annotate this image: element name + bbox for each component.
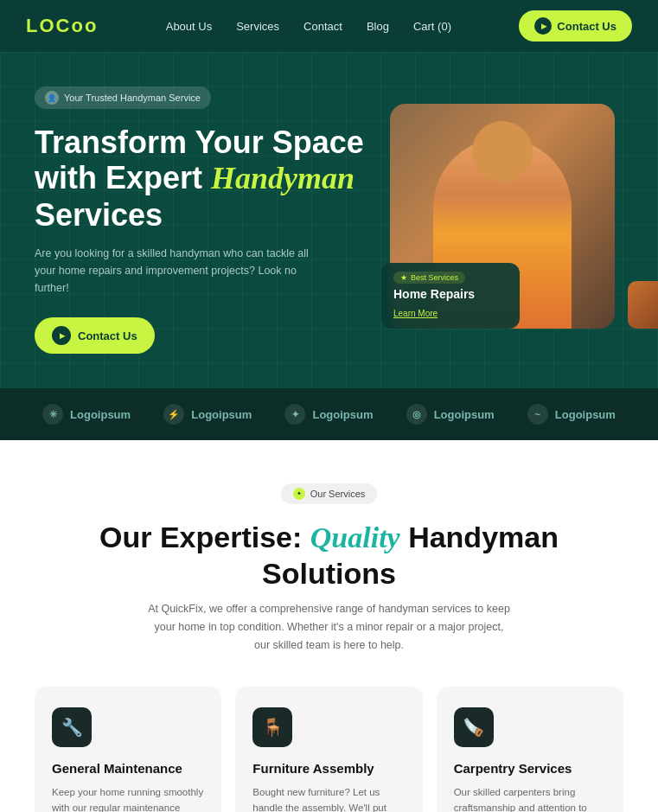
- logo-item-3: ✦ Logoipsum: [284, 404, 373, 425]
- play-icon: [534, 17, 552, 35]
- hero-description: Are you looking for a skilled handyman w…: [35, 245, 320, 297]
- service-card-general-maintenance: 🔧 General Maintenance Keep your home run…: [35, 687, 221, 812]
- hero-content: 👤 Your Trusted Handyman Service Transfor…: [35, 86, 373, 354]
- services-description: At QuickFix, we offer a comprehensive ra…: [148, 600, 511, 655]
- logo-sym-5: ~: [527, 404, 548, 425]
- star-icon: ★: [400, 273, 407, 282]
- service-title-2: Carpentry Services: [454, 761, 606, 776]
- carpentry-icon: 🪚: [454, 707, 494, 747]
- general-maintenance-icon: 🔧: [52, 707, 92, 747]
- main-nav: About Us Services Contact Blog Cart (0): [166, 20, 451, 33]
- service-title-1: Furniture Assembly: [252, 761, 405, 776]
- service-card-furniture-assembly: 🪑 Furniture Assembly Bought new furnitur…: [235, 687, 422, 812]
- hero-card: ★ Best Services Home Repairs Learn More: [381, 263, 520, 329]
- logo-item-2: ⚡ Logoipsum: [163, 404, 252, 425]
- services-badge: ✦ Our Services: [281, 483, 378, 504]
- hero-contact-button[interactable]: Contact Us: [35, 317, 155, 354]
- hero-headline: Transform Your Space with Expert Handyma…: [35, 125, 373, 233]
- logo-item-1: ✳ Logoipsum: [42, 404, 131, 425]
- nav-about[interactable]: About Us: [166, 20, 212, 33]
- services-section: ✦ Our Services Our Expertise: Quality Ha…: [0, 440, 658, 812]
- nav-cart[interactable]: Cart (0): [413, 20, 451, 33]
- card-learn-more[interactable]: Learn More: [393, 309, 438, 318]
- service-desc-0: Keep your home running smoothly with our…: [52, 784, 204, 812]
- nav-contact[interactable]: Contact: [303, 20, 342, 33]
- services-grid: 🔧 General Maintenance Keep your home run…: [35, 687, 623, 812]
- hero-play-icon: [52, 326, 71, 345]
- hero-badge: 👤 Your Trusted Handyman Service: [35, 86, 211, 109]
- logo-sym-1: ✳: [42, 404, 63, 425]
- header-contact-button[interactable]: Contact Us: [519, 10, 632, 42]
- hero-image-area: ★ Best Services Home Repairs Learn More: [390, 104, 632, 337]
- nav-blog[interactable]: Blog: [367, 20, 389, 33]
- best-services-badge: ★ Best Services: [393, 272, 465, 284]
- badge-icon: 👤: [45, 91, 59, 105]
- service-desc-2: Our skilled carpenters bring craftsmansh…: [454, 784, 606, 812]
- logo-sym-4: ◎: [406, 404, 427, 425]
- logo-sym-3: ✦: [284, 404, 305, 425]
- logo-item-4: ◎ Logoipsum: [406, 404, 495, 425]
- service-title-0: General Maintenance: [52, 761, 204, 776]
- header: LOCoo About Us Services Contact Blog Car…: [0, 0, 658, 52]
- card-top: ★ Best Services: [393, 272, 508, 284]
- logos-bar: ✳ Logoipsum ⚡ Logoipsum ✦ Logoipsum ◎ Lo…: [0, 388, 658, 440]
- card-title: Home Repairs: [393, 287, 508, 301]
- logo-sym-2: ⚡: [163, 404, 184, 425]
- logo: LOCoo: [26, 15, 98, 37]
- hero-section: 👤 Your Trusted Handyman Service Transfor…: [0, 52, 658, 388]
- services-headline: Our Expertise: Quality Handyman Solution…: [35, 520, 623, 591]
- logo-item-5: ~ Logoipsum: [527, 404, 616, 425]
- card-thumbnail: [628, 281, 658, 329]
- service-desc-1: Bought new furniture? Let us handle the …: [252, 784, 405, 812]
- furniture-assembly-icon: 🪑: [252, 707, 292, 747]
- service-card-carpentry: 🪚 Carpentry Services Our skilled carpent…: [437, 687, 623, 812]
- nav-services[interactable]: Services: [236, 20, 279, 33]
- services-badge-icon: ✦: [293, 488, 305, 500]
